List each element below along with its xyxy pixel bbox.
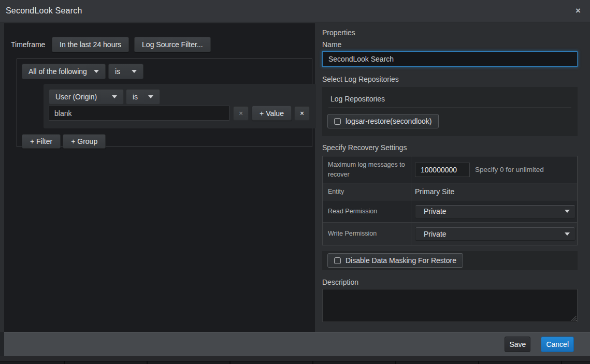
remove-rule-button[interactable]: × xyxy=(294,106,310,121)
recovery-settings-table: Maximum log messages to recover Specify … xyxy=(322,156,578,245)
max-messages-hint: Specify 0 for unlimited xyxy=(475,166,544,173)
column-divider xyxy=(64,361,65,364)
group-condition-dropdown[interactable]: is xyxy=(108,64,143,79)
group-actions: + Filter + Group xyxy=(22,134,307,149)
dialog-body: Timeframe In the last 24 hours Log Sourc… xyxy=(0,22,590,332)
entity-value: Primary Site xyxy=(415,187,454,196)
chevron-down-icon xyxy=(112,95,117,98)
rule-field-dropdown[interactable]: User (Origin) xyxy=(49,89,124,105)
rule-header: User (Origin) is xyxy=(49,89,311,105)
column-divider xyxy=(312,361,313,364)
column-divider xyxy=(561,361,562,364)
chevron-down-icon xyxy=(565,210,570,213)
add-value-button[interactable]: + Value xyxy=(252,106,292,121)
description-label: Description xyxy=(322,278,578,286)
background-strip xyxy=(0,356,590,361)
table-row-read-permission: Read Permission Private xyxy=(323,200,577,223)
recovery-section-label: Specify Recovery Settings xyxy=(322,143,578,152)
name-input[interactable] xyxy=(322,51,578,67)
masking-strip: Disable Data Masking For Restore xyxy=(322,251,578,270)
background-table-edge xyxy=(0,361,590,364)
chevron-down-icon xyxy=(132,70,137,73)
save-button[interactable]: Save xyxy=(505,337,530,352)
add-group-button[interactable]: + Group xyxy=(63,134,106,149)
timeframe-label: Timeframe xyxy=(11,40,52,49)
column-divider xyxy=(229,361,231,364)
write-permission-value: Private xyxy=(424,230,447,238)
repository-checkbox-chip[interactable]: logsar-restore(secondlook) xyxy=(327,114,439,128)
secondlook-search-dialog: SecondLook Search × Timeframe In the las… xyxy=(0,0,590,364)
repository-label: logsar-restore(secondlook) xyxy=(346,117,432,125)
timeframe-button[interactable]: In the last 24 hours xyxy=(52,37,129,52)
rule-field-label: User (Origin) xyxy=(55,93,97,101)
group-operator-dropdown[interactable]: All of the following xyxy=(22,64,106,79)
checkbox-icon[interactable] xyxy=(334,118,341,125)
read-permission-label: Read Permission xyxy=(323,200,411,222)
table-row-write-permission: Write Permission Private xyxy=(323,223,577,245)
table-row-entity: Entity Primary Site xyxy=(323,183,577,200)
read-permission-value: Private xyxy=(424,207,447,215)
footer-left-edge xyxy=(0,332,4,356)
table-row-max-messages: Maximum log messages to recover Specify … xyxy=(323,156,577,183)
description-area xyxy=(322,289,578,322)
cancel-button[interactable]: Cancel xyxy=(541,337,574,352)
remove-value-button[interactable]: × xyxy=(233,106,249,121)
group-condition-label: is xyxy=(115,67,120,76)
properties-section-label: Properties xyxy=(322,28,578,37)
footer-bar: Save Cancel xyxy=(4,332,590,356)
chevron-down-icon xyxy=(148,95,153,98)
checkbox-icon[interactable] xyxy=(334,257,341,264)
filter-group-box: All of the following is User (Origin) xyxy=(17,59,312,147)
add-filter-button[interactable]: + Filter xyxy=(22,134,61,149)
entity-label: Entity xyxy=(323,183,411,200)
rule-operator-dropdown[interactable]: is xyxy=(126,89,160,105)
column-divider xyxy=(147,361,148,364)
max-messages-value-cell: Specify 0 for unlimited xyxy=(411,156,577,183)
name-label: Name xyxy=(322,40,578,49)
timeframe-row: Timeframe In the last 24 hours Log Sourc… xyxy=(11,37,315,52)
log-source-filter-button[interactable]: Log Source Filter... xyxy=(134,37,211,52)
dialog-title: SecondLook Search xyxy=(6,6,82,16)
chevron-down-icon xyxy=(94,70,99,73)
max-messages-input[interactable] xyxy=(415,163,470,177)
filter-panel: Timeframe In the last 24 hours Log Sourc… xyxy=(4,23,315,332)
write-permission-select[interactable]: Private xyxy=(415,227,575,241)
close-icon[interactable]: × xyxy=(572,5,584,17)
disable-masking-label: Disable Data Masking For Restore xyxy=(346,256,456,265)
repositories-divider xyxy=(328,108,571,108)
group-operator-label: All of the following xyxy=(28,67,87,76)
filter-rule-box: User (Origin) is × + Value × xyxy=(44,84,316,128)
column-divider xyxy=(478,361,479,364)
max-messages-label: Maximum log messages to recover xyxy=(323,156,411,183)
properties-panel: Properties Name Select Log Repositories … xyxy=(322,23,578,322)
group-header: All of the following is xyxy=(22,64,307,79)
disable-masking-checkbox-chip[interactable]: Disable Data Masking For Restore xyxy=(327,253,463,268)
rule-operator-label: is xyxy=(133,93,138,101)
dialog-titlebar: SecondLook Search × xyxy=(0,0,590,22)
column-divider xyxy=(395,361,396,364)
rule-values-row: × + Value × xyxy=(49,106,311,121)
log-repositories-title: Log Repositories xyxy=(330,95,572,103)
repositories-section-label: Select Log Repositories xyxy=(322,75,578,83)
write-permission-label: Write Permission xyxy=(323,223,411,245)
log-repositories-box: Log Repositories logsar-restore(secondlo… xyxy=(322,87,578,136)
read-permission-select[interactable]: Private xyxy=(415,205,575,219)
description-textarea[interactable] xyxy=(322,289,578,322)
chevron-down-icon xyxy=(565,232,570,236)
rule-value-input[interactable] xyxy=(49,106,229,121)
